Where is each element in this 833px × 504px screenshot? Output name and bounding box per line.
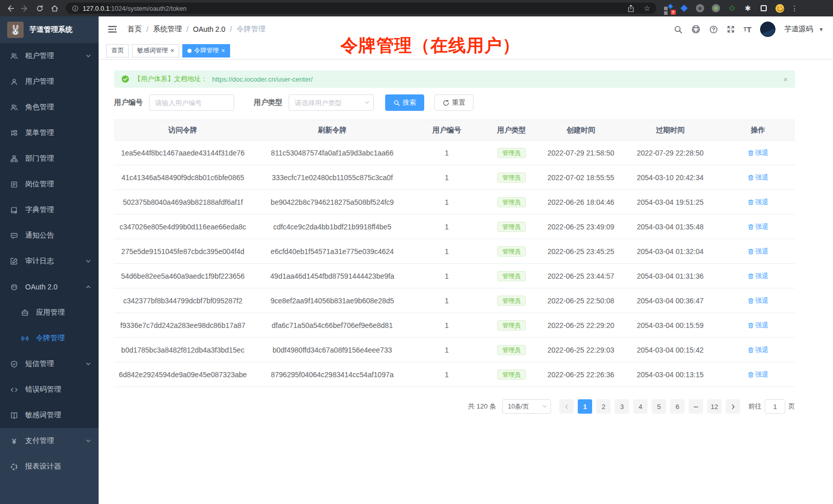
user-type-cell: 管理员 — [481, 239, 542, 264]
browser-back-icon[interactable] — [6, 5, 14, 12]
help-icon[interactable] — [709, 25, 718, 34]
sidebar-item-post[interactable]: 岗位管理 — [0, 171, 99, 197]
page-size-select-wrap — [502, 399, 551, 414]
created-time-cell: 2022-07-02 18:55:55 — [542, 165, 619, 190]
breadcrumb-item[interactable]: 系统管理 — [153, 25, 182, 34]
created-time-cell: 2022-07-29 21:58:50 — [542, 141, 619, 165]
next-page-button[interactable] — [726, 399, 740, 414]
sidebar-item-report[interactable]: 报表设计器 — [0, 454, 99, 479]
force-logout-button[interactable]: 强退 — [748, 222, 769, 231]
extension-badge-icon[interactable]: 9 — [664, 4, 673, 13]
command-extension-icon[interactable]: ✱ — [695, 4, 705, 13]
github-icon[interactable] — [691, 25, 701, 34]
sidebar-item-auditlog[interactable]: 审计日志 — [0, 248, 99, 274]
page-button-12[interactable]: 12 — [707, 399, 722, 414]
current-user-name[interactable]: 芋道源码 — [784, 25, 813, 34]
green-star-extension-icon[interactable]: ✩ — [727, 4, 736, 13]
user-type-badge: 管理员 — [497, 246, 526, 257]
page-button-1[interactable]: 1 — [578, 399, 592, 414]
browser-menu-icon[interactable]: ⋮ — [791, 4, 798, 12]
alert-close-icon[interactable]: × — [783, 75, 788, 84]
tab-close-icon[interactable]: × — [221, 48, 225, 54]
address-bar[interactable]: 127.0.0.1:1024/system/oauth2/token ☆ — [66, 3, 656, 14]
prev-page-button[interactable] — [559, 399, 574, 414]
force-logout-button[interactable]: 强退 — [748, 296, 769, 305]
app-logo-row[interactable]: 🐰 芋道管理系统 — [0, 16, 99, 43]
sidebar-item-role[interactable]: 角色管理 — [0, 94, 99, 120]
trash-icon — [748, 199, 754, 205]
tab-敏感词管理[interactable]: 敏感词管理× — [132, 44, 179, 57]
browser-forward-icon[interactable] — [21, 5, 29, 12]
sidebar-item-label: OAuth 2.0 — [25, 283, 58, 291]
bookmark-star-icon[interactable]: ☆ — [643, 4, 650, 12]
breadcrumb-item[interactable]: OAuth 2.0 — [193, 25, 225, 33]
pinwheel-extension-icon[interactable]: ✱ — [743, 4, 752, 13]
collapse-sidebar-icon[interactable] — [108, 25, 117, 33]
sidebar-item-menu[interactable]: 菜单管理 — [0, 120, 99, 146]
expire-time-cell: 2054-03-04 00:15:42 — [619, 338, 721, 362]
breadcrumb-item[interactable]: 首页 — [127, 25, 142, 34]
force-logout-button[interactable]: 强退 — [748, 198, 769, 207]
page-button-2[interactable]: 2 — [596, 399, 611, 414]
force-logout-button[interactable]: 强退 — [748, 345, 769, 355]
sidebar-item-dict[interactable]: 字典管理 — [0, 197, 99, 223]
access-token-cell: 502375b8040a469a9b82188afdf6af1f — [114, 190, 252, 215]
sidebar-item-oauth2-token[interactable]: 令牌管理 — [0, 325, 99, 351]
user-avatar[interactable] — [760, 22, 775, 37]
browser-reload-icon[interactable] — [36, 5, 44, 12]
search-button[interactable]: 搜索 — [385, 94, 424, 111]
sidebar-item-sensitive[interactable]: 敏感词管理 — [0, 402, 99, 428]
book-icon — [10, 412, 18, 419]
trash-icon — [748, 322, 754, 328]
site-info-icon[interactable] — [72, 5, 79, 12]
sidebar-item-user[interactable]: 用户管理 — [0, 69, 99, 94]
goto-page-input[interactable] — [765, 399, 785, 414]
user-id-cell: 1 — [413, 190, 481, 215]
font-size-icon[interactable]: TT — [744, 25, 751, 34]
recorder-extension-icon[interactable] — [711, 4, 721, 13]
force-logout-button[interactable]: 强退 — [748, 370, 769, 379]
user-type-field-wrap — [289, 94, 374, 111]
reset-button[interactable]: 重置 — [434, 94, 474, 111]
force-logout-button[interactable]: 强退 — [748, 148, 769, 158]
page-button-4[interactable]: 4 — [633, 399, 648, 414]
force-logout-button[interactable]: 强退 — [748, 321, 769, 330]
user-id-input[interactable] — [149, 94, 234, 111]
user-id-cell: 1 — [413, 264, 481, 288]
alert-doc-link[interactable]: https://doc.iocoder.cn/user-center/ — [212, 75, 313, 83]
share-icon[interactable] — [628, 5, 634, 12]
fullscreen-icon[interactable] — [727, 25, 735, 33]
profile-avatar-icon[interactable] — [775, 4, 784, 13]
created-time-cell: 2022-06-25 23:45:25 — [542, 239, 619, 264]
url-path: :1024/system/oauth2/token — [109, 5, 186, 12]
tab-close-icon[interactable]: × — [171, 48, 174, 54]
sidebar-item-oauth2-app[interactable]: 应用管理 — [0, 300, 99, 325]
sidebar-item-errcode[interactable]: 错误码管理 — [0, 377, 99, 402]
sidebar-item-notice[interactable]: 通知公告 — [0, 223, 99, 248]
force-logout-button[interactable]: 强退 — [748, 173, 769, 182]
search-icon[interactable] — [674, 25, 683, 34]
sidepanel-icon[interactable] — [759, 4, 768, 13]
browser-home-icon[interactable] — [51, 5, 59, 12]
page-button-6[interactable]: 6 — [670, 399, 685, 414]
dict-icon — [10, 206, 18, 214]
page-button-3[interactable]: 3 — [615, 399, 629, 414]
user-menu-caret-icon[interactable]: ▼ — [819, 27, 824, 32]
sidebar-item-dept[interactable]: 部门管理 — [0, 146, 99, 171]
tab-首页[interactable]: 首页 — [106, 44, 129, 57]
user-type-cell: 管理员 — [481, 338, 542, 362]
page-ellipsis[interactable]: ••• — [689, 399, 703, 414]
sidebar-item-tenant[interactable]: 租户管理 — [0, 43, 99, 69]
sidebar-item-pay[interactable]: ¥支付管理 — [0, 428, 99, 454]
access-token-cell: 41c41346a548490f9dc8b01c6bfe0865 — [114, 165, 252, 190]
tab-令牌管理[interactable]: 令牌管理× — [182, 44, 230, 57]
force-logout-button[interactable]: 强退 — [748, 247, 769, 256]
chevron-down-icon — [85, 438, 91, 444]
sidebar-item-oauth2[interactable]: OAuth 2.0 — [0, 274, 99, 300]
refresh-token-cell: b0df4980ffd34c67a08f9156e4eee733 — [252, 338, 413, 362]
page-button-5[interactable]: 5 — [652, 399, 666, 414]
sidebar-item-sms[interactable]: 短信管理 — [0, 351, 99, 377]
user-type-select[interactable] — [289, 94, 374, 111]
gem-extension-icon[interactable] — [679, 4, 689, 13]
force-logout-button[interactable]: 强退 — [748, 272, 769, 281]
